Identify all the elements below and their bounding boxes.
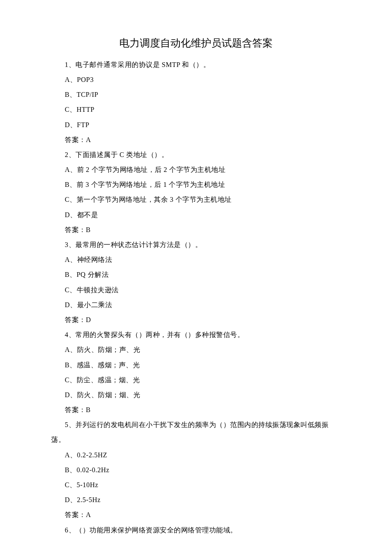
- answer-label: 答案：: [65, 136, 86, 143]
- q4-answer: 答案：B: [51, 402, 341, 417]
- opt-letter: C: [65, 481, 69, 488]
- q1-opt-c: C、HTTP: [51, 102, 341, 117]
- page: 电力调度自动化维护员试题含答案 1、电子邮件通常采用的协议是 SMTP 和（）。…: [0, 0, 392, 555]
- sep: 、: [69, 91, 77, 98]
- opt-letter: D: [65, 301, 70, 308]
- opt-text: 2.5-5Hz: [77, 496, 101, 503]
- answer-value: B: [86, 226, 91, 233]
- sep: 、: [69, 286, 77, 293]
- opt-letter: C: [65, 376, 69, 384]
- q3-answer: 答案：D: [51, 312, 341, 327]
- q2-stem-text: 下面描述属于 C 类地址（）。: [75, 151, 168, 158]
- sep: 、: [69, 376, 77, 384]
- q5-opt-b: B、0.02-0.2Hz: [51, 462, 341, 477]
- q6-stem-text: （）功能用来保护网络资源安全的网络管理功能域。: [75, 526, 237, 534]
- opt-text: 都不是: [77, 211, 98, 218]
- opt-letter: D: [65, 496, 70, 503]
- sep: 、: [69, 106, 77, 113]
- sep: 、: [70, 496, 77, 503]
- opt-text: POP3: [77, 76, 94, 83]
- q2-opt-d: D、都不是: [51, 207, 341, 222]
- opt-letter: B: [65, 466, 69, 474]
- sep: 、: [70, 346, 77, 353]
- q2-opt-b: B、前 3 个字节为网络地址，后 1 个字节为主机地址: [51, 177, 341, 192]
- opt-letter: A: [65, 451, 70, 459]
- q4-opt-c: C、防尘、感温；烟、光: [51, 372, 341, 387]
- answer-label: 答案：: [65, 406, 86, 413]
- sep: 、: [69, 526, 76, 534]
- sep: 、: [69, 361, 77, 369]
- answer-label: 答案：: [65, 316, 86, 323]
- sep: 、: [69, 181, 77, 188]
- q3-opt-d: D、最小二乘法: [51, 297, 341, 312]
- opt-text: 5-10Hz: [77, 481, 98, 488]
- q5-answer: 答案：A: [51, 507, 341, 522]
- opt-letter: A: [65, 76, 70, 83]
- opt-letter: A: [65, 256, 70, 263]
- document-title: 电力调度自动化维护员试题含答案: [51, 32, 341, 55]
- opt-letter: C: [65, 106, 69, 113]
- q1-stem: 1、电子邮件通常采用的协议是 SMTP 和（）。: [51, 57, 341, 72]
- sep: 、: [69, 241, 76, 248]
- q5-opt-a: A、0.2-2.5HZ: [51, 447, 341, 462]
- q3-opt-b: B、PQ 分解法: [51, 267, 341, 282]
- sep: 、: [69, 466, 77, 474]
- answer-value: D: [86, 316, 91, 323]
- q4-num: 4: [65, 331, 69, 338]
- opt-letter: C: [65, 286, 69, 293]
- q4-opt-a: A、防火、防烟；声、光: [51, 342, 341, 357]
- q3-opt-a: A、神经网络法: [51, 252, 341, 267]
- sep: 、: [69, 271, 77, 278]
- q1-stem-text: 电子邮件通常采用的协议是 SMTP 和（）。: [75, 61, 210, 68]
- q2-num: 2: [65, 151, 69, 158]
- opt-text: TCP/IP: [77, 91, 98, 98]
- opt-text: 防火、防烟；声、光: [77, 346, 141, 353]
- opt-text: 牛顿拉夫逊法: [77, 286, 119, 293]
- opt-text: 第一个字节为网络地址，其余 3 个字节为主机地址: [77, 196, 232, 203]
- opt-letter: B: [65, 181, 69, 188]
- q1-opt-d: D、FTP: [51, 117, 341, 132]
- answer-value: A: [86, 136, 91, 143]
- opt-letter: D: [65, 391, 70, 398]
- sep: 、: [69, 331, 76, 338]
- opt-letter: A: [65, 346, 70, 353]
- q3-stem-text: 最常用的一种状态估计计算方法是（）。: [75, 241, 202, 248]
- sep: 、: [70, 121, 77, 128]
- answer-value: B: [86, 406, 91, 413]
- q4-stem-text: 常用的火警探头有（）两种，并有（）多种报警信号。: [75, 331, 244, 338]
- opt-text: 神经网络法: [77, 256, 112, 263]
- opt-text: HTTP: [77, 106, 95, 113]
- q3-num: 3: [65, 241, 69, 248]
- opt-text: 防尘、感温；烟、光: [77, 376, 140, 384]
- opt-letter: D: [65, 211, 70, 218]
- opt-text: 前 2 个字节为网络地址，后 2 个字节为主机地址: [77, 166, 226, 173]
- opt-letter: D: [65, 121, 70, 128]
- opt-text: 前 3 个字节为网络地址，后 1 个字节为主机地址: [77, 181, 225, 188]
- q4-stem: 4、常用的火警探头有（）两种，并有（）多种报警信号。: [51, 327, 341, 342]
- q1-opt-a: A、POP3: [51, 72, 341, 87]
- opt-letter: B: [65, 91, 69, 98]
- sep: 、: [70, 256, 77, 263]
- q2-stem: 2、下面描述属于 C 类地址（）。: [51, 147, 341, 162]
- q5-num: 5: [65, 421, 69, 428]
- sep: 、: [70, 391, 77, 398]
- sep: 、: [70, 301, 77, 308]
- answer-label: 答案：: [65, 511, 86, 518]
- opt-letter: A: [65, 166, 70, 173]
- opt-text: 最小二乘法: [77, 301, 112, 308]
- sep: 、: [69, 421, 76, 428]
- q2-answer: 答案：B: [51, 222, 341, 237]
- sep: 、: [70, 211, 77, 218]
- sep: 、: [69, 481, 77, 488]
- q1-opt-b: B、TCP/IP: [51, 87, 341, 102]
- q2-opt-c: C、第一个字节为网络地址，其余 3 个字节为主机地址: [51, 192, 341, 207]
- answer-value: A: [86, 511, 91, 518]
- q6-num: 6: [65, 526, 69, 534]
- q5-stem-text: 并列运行的发电机间在小干扰下发生的频率为（）范围内的持续振荡现象叫低频振荡。: [51, 421, 329, 443]
- q3-opt-c: C、牛顿拉夫逊法: [51, 282, 341, 297]
- q4-opt-b: B、感温、感烟；声、光: [51, 357, 341, 372]
- sep: 、: [69, 151, 76, 158]
- q5-opt-d: D、2.5-5Hz: [51, 492, 341, 507]
- q5-stem: 5、并列运行的发电机间在小干扰下发生的频率为（）范围内的持续振荡现象叫低频振荡。: [51, 417, 341, 447]
- opt-text: 感温、感烟；声、光: [77, 361, 140, 369]
